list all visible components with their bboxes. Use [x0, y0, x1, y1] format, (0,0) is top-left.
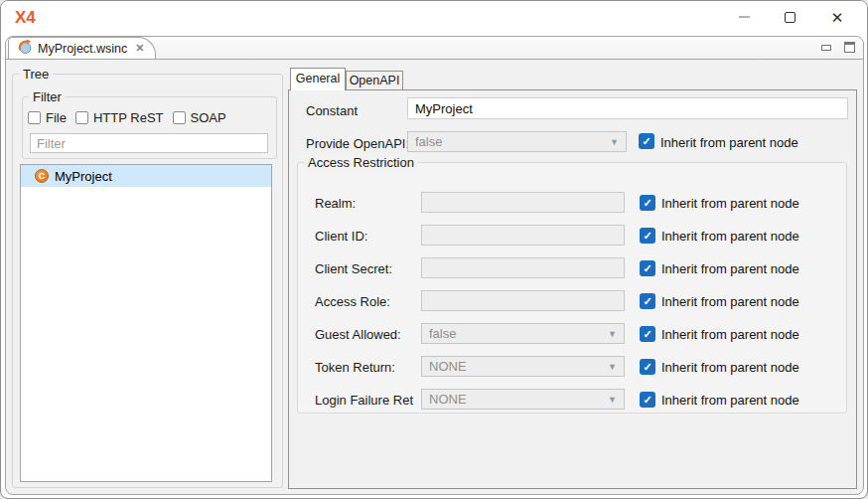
field-label: Guest Allowed:: [315, 327, 401, 342]
access-restriction-group: Access Restriction Realm:Inherit from pa…: [297, 162, 847, 414]
filter-checkbox-soap[interactable]: SOAP: [173, 110, 226, 125]
text-field-disabled[interactable]: [421, 225, 625, 246]
inherit-checkbox[interactable]: [640, 293, 655, 309]
inherit-label: Inherit from parent node: [661, 294, 799, 309]
filter-group: Filter File HTTP ReST SOAP: [22, 96, 277, 159]
access-restriction-row: Token Return:NONEInherit from parent nod…: [298, 356, 846, 378]
access-restriction-row: Login Failure RetNONEInherit from parent…: [298, 389, 846, 411]
inherit-checkbox[interactable]: [640, 260, 655, 276]
view-maximize-icon[interactable]: [844, 42, 855, 53]
text-field-disabled[interactable]: [421, 257, 625, 278]
provide-openapi-label: Provide OpenAPI:: [306, 136, 409, 151]
text-field-disabled[interactable]: [421, 192, 625, 213]
checkbox-label: File: [46, 110, 67, 125]
editor-tab-bar: MyProject.wsinc ✕: [6, 37, 863, 60]
checkbox-label: SOAP: [191, 110, 226, 125]
chevron-down-icon: [608, 395, 617, 405]
inherit-label: Inherit from parent node: [661, 229, 799, 244]
minimize-icon: [739, 16, 750, 18]
window-minimize-button[interactable]: [724, 1, 764, 33]
editor-shell: MyProject.wsinc ✕ Tree Filter File HTT: [5, 36, 864, 495]
access-restriction-row: Access Role:Inherit from parent node: [298, 290, 846, 312]
inherit-label: Inherit from parent node: [661, 327, 799, 342]
editor-tab-myproject-wsinc[interactable]: MyProject.wsinc ✕: [8, 37, 156, 59]
access-restriction-row: Realm:Inherit from parent node: [298, 192, 846, 214]
checkbox-unchecked-icon: [28, 111, 41, 124]
inherit-label: Inherit from parent node: [661, 196, 799, 211]
window-maximize-button[interactable]: [770, 1, 809, 33]
inherit-checkbox[interactable]: [640, 392, 655, 408]
title-bar: X4 ✕: [1, 1, 867, 34]
checkbox-unchecked-icon: [75, 111, 88, 124]
close-icon: ✕: [831, 10, 844, 25]
access-restriction-group-label: Access Restriction: [304, 154, 418, 171]
inherit-checkbox[interactable]: [639, 133, 654, 149]
tree-group-label: Tree: [19, 66, 53, 83]
access-restriction-row: Client Secret:Inherit from parent node: [298, 257, 846, 279]
dropdown-value: false: [429, 326, 456, 341]
inherit-checkbox[interactable]: [640, 228, 655, 244]
tree-item-label: MyProject: [55, 169, 112, 184]
dropdown-value: NONE: [429, 359, 467, 374]
inherit-label: Inherit from parent node: [661, 393, 799, 408]
field-label: Access Role:: [315, 294, 390, 309]
editor-tab-label: MyProject.wsinc: [38, 42, 127, 56]
general-tab-panel: Constant Provide OpenAPI: false Inherit …: [288, 89, 857, 489]
inherit-label: Inherit from parent node: [661, 360, 799, 375]
tab-general[interactable]: General: [290, 68, 346, 90]
chevron-down-icon: [608, 362, 617, 372]
project-tree-list[interactable]: C MyProject: [20, 164, 272, 482]
chevron-down-icon: [608, 329, 617, 339]
filter-checkbox-http-rest[interactable]: HTTP ReST: [75, 110, 164, 125]
field-label: Token Return:: [315, 360, 395, 375]
field-label: Client ID:: [315, 229, 367, 244]
chevron-down-icon: [610, 137, 619, 147]
dropdown-select-disabled[interactable]: NONE: [421, 356, 625, 377]
filter-input[interactable]: [30, 133, 268, 153]
inherit-checkbox[interactable]: [640, 195, 655, 211]
inherit-label: Inherit from parent node: [661, 261, 799, 276]
provide-openapi-select[interactable]: false: [407, 131, 627, 152]
filter-checkbox-file[interactable]: File: [28, 110, 67, 125]
tree-item-myproject[interactable]: C MyProject: [21, 165, 271, 187]
inherit-label: Inherit from parent node: [660, 135, 798, 150]
constant-input[interactable]: [407, 97, 848, 119]
x4-logo: X4: [15, 8, 36, 28]
view-minimize-icon[interactable]: [821, 45, 831, 51]
constant-label: Constant: [306, 103, 358, 118]
dropdown-value: false: [415, 134, 442, 149]
wsinc-file-icon: [17, 39, 33, 59]
field-label: Realm:: [315, 196, 356, 211]
tab-close-icon[interactable]: ✕: [135, 42, 144, 55]
dropdown-select-disabled[interactable]: false: [421, 323, 625, 344]
app-window: X4 ✕ MyProject.wsinc ✕: [0, 0, 868, 499]
tab-openapi[interactable]: OpenAPI: [346, 71, 403, 89]
field-label: Login Failure Ret: [315, 393, 413, 408]
inherit-checkbox[interactable]: [640, 326, 655, 342]
checkbox-label: HTTP ReST: [93, 110, 164, 125]
access-restriction-row: Guest Allowed:falseInherit from parent n…: [298, 323, 846, 345]
access-restriction-row: Client ID:Inherit from parent node: [298, 225, 846, 247]
dropdown-select-disabled[interactable]: NONE: [421, 389, 625, 410]
inherit-checkbox[interactable]: [640, 359, 655, 375]
checkbox-unchecked-icon: [173, 111, 186, 124]
filter-group-label: Filter: [29, 88, 66, 105]
dropdown-value: NONE: [429, 392, 467, 407]
maximize-icon: [785, 12, 796, 23]
text-field-disabled[interactable]: [421, 290, 625, 311]
filter-checkbox-row: File HTTP ReST SOAP: [28, 110, 226, 125]
field-label: Client Secret:: [315, 261, 392, 276]
component-icon: C: [35, 169, 49, 183]
window-close-button[interactable]: ✕: [817, 1, 857, 33]
